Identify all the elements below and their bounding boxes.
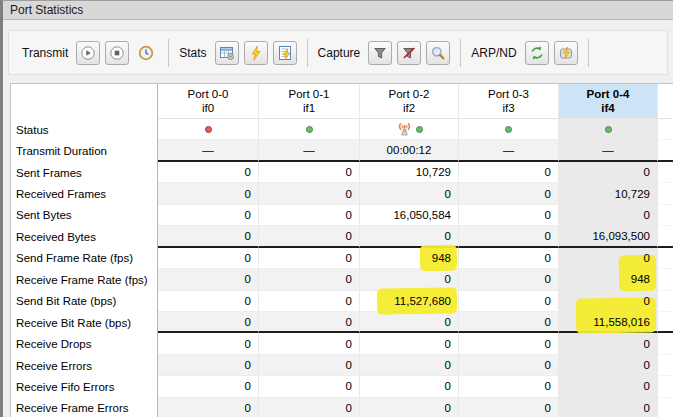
cell-if4: 948 <box>559 269 658 290</box>
cell-value: 0 <box>245 273 251 285</box>
cell-if2: 16,050,584 <box>360 205 459 226</box>
cell-value: 948 <box>631 273 650 285</box>
capture-start-button[interactable] <box>368 41 392 65</box>
cell-if2: 0 <box>360 398 459 417</box>
cell-value: 0 <box>245 316 251 328</box>
row-label: Send Frame Rate (fps) <box>11 248 158 269</box>
cell-if2: 10,729 <box>360 162 459 183</box>
cell-if1: 0 <box>259 248 360 269</box>
cell-if2: 0 <box>360 355 459 376</box>
stats-config-button[interactable] <box>215 41 239 65</box>
cell-if2: 0 <box>360 312 459 333</box>
cell-if1: — <box>259 140 360 161</box>
column-header-if1[interactable]: Port 0-1if1 <box>259 84 360 119</box>
arp-refresh-button[interactable] <box>525 41 549 65</box>
arp-clear-button[interactable] <box>554 41 578 65</box>
cell-value: 0 <box>445 188 451 200</box>
row-spacer-cell <box>658 355 673 376</box>
cell-value: — <box>303 144 315 156</box>
cell-value: 00:00:12 <box>387 144 432 156</box>
cell-value: 0 <box>245 209 251 221</box>
cell-if1: 0 <box>259 355 360 376</box>
cell-if3: 0 <box>459 183 559 204</box>
cell-if4: 16,093,500 <box>559 226 658 247</box>
cell-value: 0 <box>644 380 650 392</box>
row-label: Receive Errors <box>11 355 158 376</box>
row-spacer-cell <box>658 291 673 312</box>
transmit-timer-button[interactable] <box>134 41 158 65</box>
capture-stop-button[interactable] <box>397 41 421 65</box>
panel-titlebar: Port Statistics <box>3 1 673 20</box>
cell-if3: 0 <box>459 333 559 354</box>
cell-value: 0 <box>346 295 352 307</box>
cell-value: 948 <box>432 252 451 264</box>
column-title: Port 0-2 <box>389 87 430 101</box>
cell-value: 16,093,500 <box>592 230 650 242</box>
cell-value: 0 <box>245 295 251 307</box>
stats-clear-button[interactable] <box>244 41 268 65</box>
cell-value: 0 <box>245 380 251 392</box>
cell-value: 0 <box>545 316 551 328</box>
row-label: Receive Bit Rate (bps) <box>11 312 158 333</box>
cell-if1: 0 <box>259 205 360 226</box>
panel-title: Port Statistics <box>10 3 83 17</box>
cell-value: 0 <box>644 338 650 350</box>
cell-if0: 0 <box>158 291 259 312</box>
stats-clear-log-button[interactable] <box>273 41 297 65</box>
toolbar: TransmitStatsCaptureARP/ND <box>8 30 668 75</box>
column-header-if2[interactable]: Port 0-2if2 <box>360 84 459 119</box>
cell-value: — <box>602 144 614 156</box>
toolbar-group-label: Transmit <box>22 46 68 60</box>
cell-if0: 0 <box>158 226 259 247</box>
cell-value: 10,729 <box>416 166 451 178</box>
row-spacer-cell <box>658 119 673 140</box>
cell-if2: 948 <box>360 248 459 269</box>
transmit-start-button[interactable] <box>76 41 100 65</box>
cell-if3: 0 <box>459 398 559 417</box>
capture-view-button[interactable] <box>426 41 450 65</box>
cell-value: 0 <box>545 359 551 371</box>
toolbar-group-capture: Capture <box>318 41 451 65</box>
column-title: Port 0-3 <box>488 87 529 101</box>
doc-lightning-icon <box>277 45 293 61</box>
cell-value: 0 <box>245 402 251 414</box>
green-status-icon <box>505 126 512 133</box>
stats-table: Port 0-0if0Port 0-1if1Port 0-2if2Port 0-… <box>11 84 673 417</box>
column-title: Port 0-1 <box>289 87 330 101</box>
refresh-icon <box>529 45 545 61</box>
cell-value: 0 <box>445 402 451 414</box>
column-subtitle: if0 <box>202 101 214 115</box>
cell-if2: 0 <box>360 376 459 397</box>
cell-if3: 0 <box>459 376 559 397</box>
cell-if2: 11,527,680 <box>360 291 459 312</box>
table-panel: Port 0-0if0Port 0-1if1Port 0-2if2Port 0-… <box>10 83 673 417</box>
column-header-if3[interactable]: Port 0-3if3 <box>459 84 559 119</box>
row-label: Receive Fifo Errors <box>11 376 158 397</box>
cell-if1: 0 <box>259 312 360 333</box>
funnel-clear-icon <box>401 45 417 61</box>
cell-value: 0 <box>445 316 451 328</box>
cell-value: 0 <box>644 402 650 414</box>
column-subtitle: if4 <box>601 101 614 115</box>
cell-value: 0 <box>445 338 451 350</box>
cell-if0: 0 <box>158 162 259 183</box>
column-header-if0[interactable]: Port 0-0if0 <box>158 84 259 119</box>
cell-if2: 0 <box>360 183 459 204</box>
cell-value: 0 <box>346 273 352 285</box>
row-label: Status <box>11 119 158 140</box>
row-spacer-cell <box>658 269 673 290</box>
cell-value: 0 <box>346 209 352 221</box>
cell-if3 <box>459 119 559 140</box>
transmit-stop-button[interactable] <box>105 41 129 65</box>
cell-if2: 00:00:12 <box>360 140 459 161</box>
cell-if0: 0 <box>158 312 259 333</box>
column-header-if4[interactable]: Port 0-4if4 <box>559 84 658 119</box>
cell-value: 0 <box>245 166 251 178</box>
row-label: Receive Frame Rate (fps) <box>11 269 158 290</box>
row-spacer-cell <box>658 226 673 247</box>
table-corner-cell <box>11 84 158 119</box>
cell-if1: 0 <box>259 376 360 397</box>
cell-value: 0 <box>545 273 551 285</box>
column-title: Port 0-0 <box>188 87 229 101</box>
cell-if4: 0 <box>559 355 658 376</box>
